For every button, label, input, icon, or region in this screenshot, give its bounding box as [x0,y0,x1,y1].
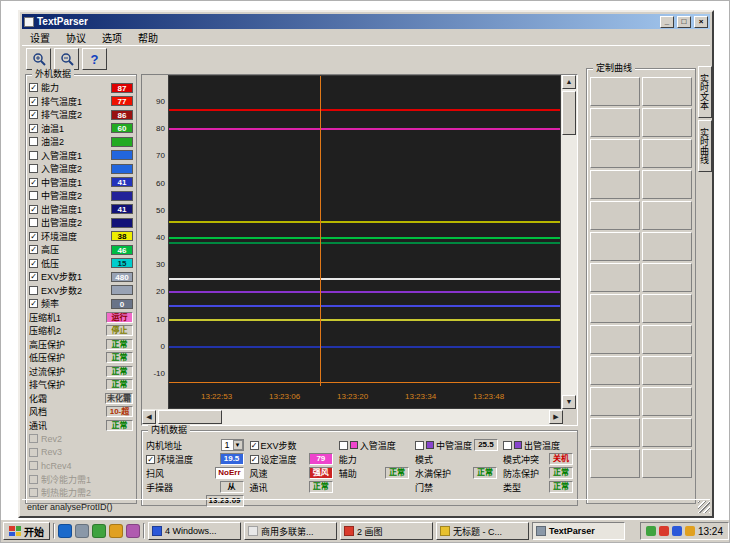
checkbox[interactable] [29,448,38,457]
custom-curve-slot[interactable] [590,77,640,106]
custom-curve-slot[interactable] [590,387,640,416]
checkbox[interactable]: ✓ [146,455,155,464]
scroll-left-button[interactable]: ◀ [142,410,156,424]
custom-curve-slot[interactable] [642,294,692,323]
checkbox[interactable] [29,218,38,227]
custom-curve-slot[interactable] [590,325,640,354]
scroll-right-button[interactable]: ▶ [549,410,563,424]
checkbox[interactable] [415,441,424,450]
zoom-out-button[interactable] [54,48,79,70]
checkbox[interactable]: ✓ [29,272,38,281]
zoom-in-button[interactable] [26,48,51,70]
custom-curve-slot[interactable] [642,356,692,385]
chevron-down-icon[interactable]: ▼ [233,440,243,450]
checkbox[interactable] [29,151,38,160]
show-desktop-icon[interactable] [75,524,89,538]
checkbox[interactable]: ✓ [29,83,38,92]
x-tick-label: 13:23:48 [473,392,504,401]
maximize-button[interactable]: □ [677,16,691,28]
menu-item[interactable]: 协议 [58,29,94,46]
checkbox[interactable]: ✓ [29,97,38,106]
checkbox[interactable]: ✓ [29,124,38,133]
vertical-scrollbar[interactable]: ▲ ▼ [561,75,577,409]
checkbox[interactable] [503,441,512,450]
title-bar[interactable]: TextParser _ □ × [22,14,710,29]
custom-curve-slot[interactable] [642,139,692,168]
folder-icon[interactable] [109,524,123,538]
chart-line [169,278,560,280]
checkbox[interactable]: ✓ [250,441,259,450]
close-button[interactable]: × [694,16,708,28]
checkbox[interactable] [29,137,38,146]
custom-curve-slot[interactable] [642,418,692,447]
horizontal-scrollbar[interactable]: ◀ ▶ [142,409,563,425]
chart-panel: 9080706050403020100-10 13:22:5313:23:061… [141,74,578,426]
task-button[interactable]: TextParser [532,522,625,540]
custom-curve-slot[interactable] [642,449,692,478]
custom-curve-slot[interactable] [642,325,692,354]
checkbox[interactable]: ✓ [29,205,38,214]
task-button[interactable]: 2 画图 [340,522,433,540]
checkbox[interactable] [339,441,348,450]
menu-item[interactable]: 帮助 [130,29,166,46]
checkbox[interactable] [29,191,38,200]
checkbox[interactable] [29,461,38,470]
checkbox[interactable]: ✓ [29,245,38,254]
zoom-in-icon [32,52,46,66]
custom-curve-slot[interactable] [642,232,692,261]
checkbox[interactable] [29,475,38,484]
custom-curve-slot[interactable] [642,77,692,106]
custom-curve-slot[interactable] [590,201,640,230]
custom-curve-slot[interactable] [642,170,692,199]
task-button[interactable]: 4 Windows... [148,522,241,540]
menu-item[interactable]: 选项 [94,29,130,46]
task-button[interactable]: 商用多联第... [244,522,337,540]
checkbox[interactable]: ✓ [29,178,38,187]
custom-curve-slot[interactable] [590,418,640,447]
mail-icon[interactable] [126,524,140,538]
scroll-up-button[interactable]: ▲ [562,75,576,89]
checkbox[interactable] [29,164,38,173]
minimize-button[interactable]: _ [660,16,674,28]
indoor-row: 通讯正常 [250,481,333,493]
checkbox[interactable] [29,286,38,295]
custom-curve-slot[interactable] [590,232,640,261]
custom-curve-slot[interactable] [642,387,692,416]
media-player-icon[interactable] [92,524,106,538]
volume-icon[interactable] [659,526,669,536]
resize-grip[interactable] [698,501,710,513]
checkbox[interactable]: ✓ [29,259,38,268]
checkbox[interactable]: ✓ [29,110,38,119]
task-button[interactable]: 无标题 - C... [436,522,529,540]
menu-item[interactable]: 设置 [22,29,58,46]
checkbox[interactable] [29,488,38,497]
vertical-scrollbar-thumb[interactable] [562,91,576,135]
custom-curve-slot[interactable] [590,449,640,478]
custom-curve-slot[interactable] [590,294,640,323]
side-tab[interactable]: 实时文本 [698,66,712,118]
checkbox[interactable]: ✓ [29,232,38,241]
scroll-down-button[interactable]: ▼ [562,395,576,409]
custom-curve-slot[interactable] [590,170,640,199]
start-button[interactable]: 开始 [3,522,50,540]
horizontal-scrollbar-thumb[interactable] [158,410,222,424]
chart-plot[interactable]: 13:22:5313:23:0613:23:2013:23:3413:23:48 [168,75,561,409]
antivirus-icon[interactable] [672,526,682,536]
custom-curve-slot-list [590,77,692,500]
custom-curve-slot[interactable] [590,356,640,385]
checkbox[interactable]: ✓ [250,455,259,464]
help-button[interactable]: ? [82,48,107,70]
custom-curve-slot[interactable] [590,263,640,292]
side-tab[interactable]: 实时曲线 [698,120,712,172]
checkbox[interactable]: ✓ [29,299,38,308]
input-method-icon[interactable] [685,526,695,536]
custom-curve-slot[interactable] [590,108,640,137]
custom-curve-slot[interactable] [590,139,640,168]
custom-curve-slot[interactable] [642,263,692,292]
indoor-address-select[interactable]: 1▼ [221,439,244,451]
custom-curve-slot[interactable] [642,201,692,230]
ie-icon[interactable] [58,524,72,538]
network-icon[interactable] [646,526,656,536]
checkbox[interactable] [29,434,38,443]
custom-curve-slot[interactable] [642,108,692,137]
